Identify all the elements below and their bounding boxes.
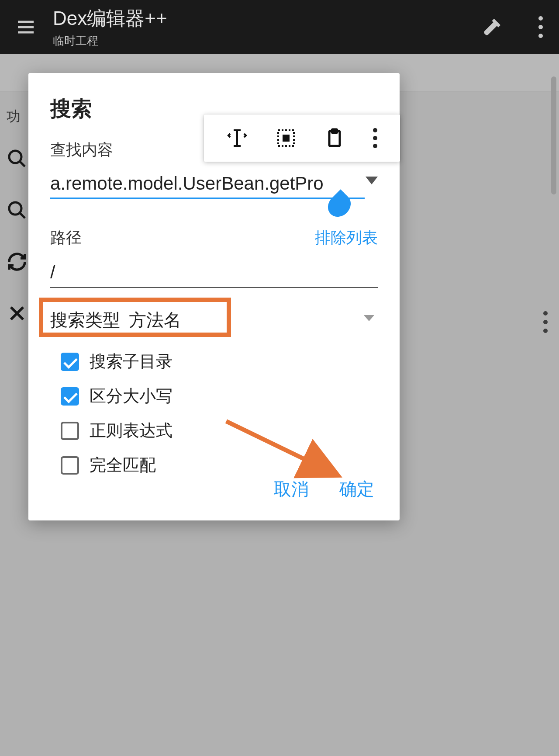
checkbox-subdir-label: 搜索子目录 [90, 350, 173, 373]
chevron-down-icon [364, 315, 374, 321]
checkbox-subdir-row[interactable]: 搜索子目录 [61, 350, 378, 373]
text-context-toolbar [204, 114, 400, 162]
checkbox-case-label: 区分大小写 [90, 385, 173, 407]
paste-icon[interactable] [324, 128, 345, 149]
app-title: Dex编辑器++ [53, 6, 479, 31]
search-type-label: 搜索类型 [50, 308, 120, 332]
checkbox-case-row[interactable]: 区分大小写 [61, 385, 378, 407]
checkbox-exact-label: 完全匹配 [90, 454, 156, 476]
build-icon[interactable] [479, 15, 504, 39]
select-text-icon[interactable] [227, 128, 248, 149]
exclude-list-link[interactable]: 排除列表 [315, 227, 378, 249]
checkbox-regex[interactable] [61, 422, 79, 440]
context-overflow-icon[interactable] [373, 128, 377, 148]
checkbox-subdir[interactable] [61, 353, 79, 371]
find-content-input[interactable] [50, 170, 365, 199]
svg-rect-13 [283, 135, 290, 142]
app-subtitle: 临时工程 [53, 33, 479, 49]
cancel-button[interactable]: 取消 [274, 477, 309, 501]
overflow-menu-icon[interactable] [538, 16, 544, 38]
svg-rect-15 [332, 129, 337, 133]
checkbox-regex-label: 正则表达式 [90, 420, 173, 442]
search-type-value: 方法名 [129, 308, 181, 332]
checkbox-exact-row[interactable]: 完全匹配 [61, 454, 378, 476]
select-all-icon[interactable] [276, 128, 297, 149]
app-title-block: Dex编辑器++ 临时工程 [53, 6, 479, 49]
find-history-dropdown-icon[interactable] [366, 177, 378, 184]
menu-icon[interactable] [15, 17, 36, 38]
dialog-scrollbar[interactable] [551, 76, 556, 194]
app-bar: Dex编辑器++ 临时工程 [0, 0, 559, 54]
ok-button[interactable]: 确定 [339, 477, 374, 501]
search-type-dropdown[interactable]: 搜索类型 方法名 [50, 308, 378, 332]
checkbox-exact[interactable] [61, 456, 79, 475]
path-input[interactable] [50, 249, 378, 288]
checkbox-case[interactable] [61, 387, 79, 406]
path-label: 路径 [50, 227, 82, 249]
checkbox-regex-row[interactable]: 正则表达式 [61, 420, 378, 442]
